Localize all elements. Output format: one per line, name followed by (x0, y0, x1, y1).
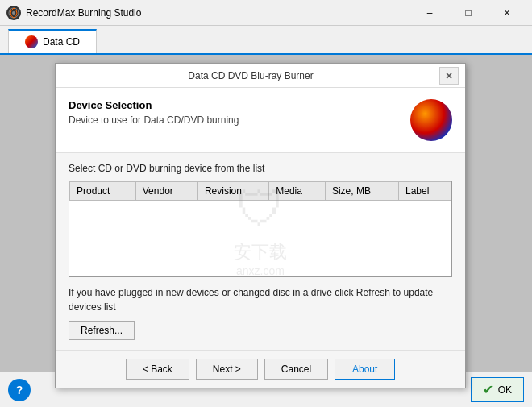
next-button[interactable]: Next > (196, 359, 258, 380)
refresh-button[interactable]: Refresh... (69, 321, 135, 340)
select-label: Select CD or DVD burning device from the… (69, 163, 452, 174)
window-title: RecordMax Burning Studio (26, 7, 411, 19)
ok-area: ✔ OK (471, 377, 524, 402)
watermark-text: 安下载 (234, 240, 287, 264)
back-button[interactable]: < Back (126, 359, 189, 380)
main-window: RecordMax Burning Studio – □ × Data CD D… (0, 0, 532, 407)
col-size: Size, MB (325, 182, 398, 201)
col-vendor: Vendor (135, 182, 197, 201)
dialog-header-icon (410, 99, 452, 141)
info-text: If you have plugged in new devices or ch… (69, 285, 452, 314)
cancel-button[interactable]: Cancel (264, 359, 328, 380)
content-area: Data CD DVD Blu-ray Burner × Device Sele… (0, 55, 532, 372)
title-bar: RecordMax Burning Studio – □ × (0, 0, 532, 26)
watermark-url: anxz.com (236, 264, 285, 277)
help-button[interactable]: ? (8, 379, 31, 401)
ok-label: OK (498, 384, 512, 396)
dialog-header: Device Selection Device to use for Data … (56, 88, 465, 153)
tab-label: Data CD (43, 36, 80, 48)
dialog-title-bar: Data CD DVD Blu-ray Burner × (56, 64, 465, 88)
app-icon (6, 6, 21, 20)
window-close-button[interactable]: × (488, 1, 526, 25)
ok-button[interactable]: ✔ OK (471, 377, 524, 402)
col-product: Product (70, 182, 136, 201)
dialog-close-button[interactable]: × (439, 67, 459, 85)
col-label: Label (398, 182, 451, 201)
device-table-wrapper: Product Vendor Revision Media Size, MB L… (69, 181, 452, 277)
minimize-button[interactable]: – (411, 1, 448, 25)
dialog-heading: Device Selection (69, 99, 239, 111)
col-revision: Revision (197, 182, 268, 201)
col-media: Media (269, 182, 326, 201)
tab-bar: Data CD (0, 26, 532, 55)
dialog-footer: < Back Next > Cancel About (56, 350, 465, 388)
dialog-subtext: Device to use for Data CD/DVD burning (69, 114, 239, 126)
ok-check-icon: ✔ (483, 382, 493, 397)
svg-point-2 (12, 11, 15, 15)
dialog-title: Data CD DVD Blu-ray Burner (62, 70, 439, 81)
window-controls: – □ × (411, 1, 526, 25)
dialog-header-text: Device Selection Device to use for Data … (69, 99, 239, 126)
maximize-button[interactable]: □ (450, 1, 487, 25)
about-button[interactable]: About (335, 359, 395, 380)
device-table: Product Vendor Revision Media Size, MB L… (69, 181, 451, 201)
dialog: Data CD DVD Blu-ray Burner × Device Sele… (55, 63, 466, 388)
tab-icon (25, 35, 38, 48)
dialog-body: Select CD or DVD burning device from the… (56, 153, 465, 350)
tab-data-cd[interactable]: Data CD (8, 29, 97, 53)
